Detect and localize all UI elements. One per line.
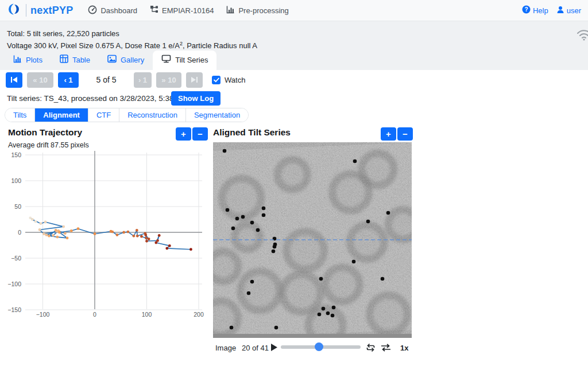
tab-plots[interactable]: Plots: [5, 50, 51, 70]
svg-text:0: 0: [18, 229, 21, 236]
chart-bars-icon: [226, 5, 235, 15]
svg-text:50: 50: [14, 203, 21, 210]
motion-zoom-out-button[interactable]: −: [192, 127, 208, 141]
user-label: user: [567, 6, 581, 15]
motion-zoom-controls: + −: [176, 127, 208, 141]
aligned-tilt-micrograph[interactable]: [213, 142, 412, 338]
aligned-zoom-out-button[interactable]: −: [397, 127, 413, 141]
playback-speed[interactable]: 1x: [400, 344, 408, 352]
forward-1-button[interactable]: › 1: [134, 72, 152, 88]
watch-checkbox[interactable]: [212, 76, 220, 84]
parameters-text-tail: , Particle Radius null A: [183, 41, 257, 50]
connection-wifi-icon: [577, 28, 588, 43]
user-menu[interactable]: user: [556, 6, 581, 15]
parameters-text: Voltage 300 kV, Pixel Size 0.675 A, Dose…: [7, 41, 257, 50]
tab-tilt-series[interactable]: Tilt Series: [153, 50, 216, 70]
brand-name: nextPYP: [30, 5, 73, 17]
svg-text:100: 100: [11, 177, 21, 184]
view-tab-bar: Plots Table Gallery Tilt Series: [5, 50, 216, 70]
nav-project-label: EMPIAR-10164: [162, 6, 214, 15]
nextpyp-app: nextPYP Dashboard EMPIAR-10164 Pre-proce…: [0, 0, 588, 366]
watch-toggle[interactable]: Watch: [212, 76, 245, 84]
frame-counter: 20 of 41: [242, 344, 269, 352]
tab-gallery-label: Gallery: [121, 56, 144, 64]
brand[interactable]: nextPYP: [7, 2, 73, 19]
first-item-button[interactable]: [6, 72, 22, 88]
svg-text:−100: −100: [36, 311, 50, 318]
image-label: Image: [215, 344, 236, 352]
watch-label: Watch: [225, 76, 245, 84]
svg-text:150: 150: [11, 151, 21, 158]
back-10-button[interactable]: « 10: [27, 72, 53, 88]
last-item-button[interactable]: [186, 72, 203, 88]
nav-dashboard-label: Dashboard: [100, 6, 137, 15]
pager-position: 5 of 5: [79, 75, 134, 84]
totals-text: Total: 5 tilt series, 22,520 particles: [7, 29, 119, 38]
tab-plots-label: Plots: [26, 56, 42, 64]
plots-icon: [13, 54, 22, 65]
frame-slider[interactable]: [281, 345, 361, 349]
tab-segmentation[interactable]: Segmentation: [186, 108, 248, 122]
show-log-button[interactable]: Show Log: [171, 91, 220, 106]
project-nodes-icon: [150, 5, 158, 15]
aligned-zoom-controls: + −: [381, 127, 413, 141]
motion-trajectory-chart: 150100500−50−100−150−1000100200: [0, 148, 207, 320]
monitor-icon: [161, 54, 171, 65]
top-navbar: nextPYP Dashboard EMPIAR-10164 Pre-proce…: [0, 0, 588, 21]
back-1-button[interactable]: ‹ 1: [58, 72, 79, 88]
tab-table-label: Table: [72, 56, 90, 64]
svg-text:−50: −50: [11, 255, 21, 262]
parameters-text-main: Voltage 300 kV, Pixel Size 0.675 A, Dose…: [7, 41, 180, 50]
tilt-series-pager: « 10 ‹ 1 5 of 5 › 1 » 10 Watch: [6, 72, 245, 88]
detail-tab-bar: Tilts Alignment CTF Reconstruction Segme…: [5, 108, 249, 122]
svg-text:100: 100: [142, 311, 152, 318]
svg-text:−100: −100: [7, 281, 21, 287]
nav-dashboard[interactable]: Dashboard: [88, 5, 137, 16]
motion-zoom-in-button[interactable]: +: [176, 127, 191, 141]
nav-preprocessing-label: Pre-processing: [238, 6, 288, 15]
user-icon: [556, 6, 564, 15]
svg-text:0: 0: [93, 311, 96, 318]
nav-preprocessing[interactable]: Pre-processing: [226, 5, 288, 15]
help-icon: ?: [522, 5, 531, 15]
nextpyp-logo-icon: [7, 2, 22, 19]
svg-text:−150: −150: [7, 306, 21, 313]
table-icon: [60, 54, 68, 65]
play-button[interactable]: [270, 343, 278, 353]
help-link[interactable]: ? Help: [522, 5, 548, 15]
tab-table[interactable]: Table: [51, 50, 99, 70]
tab-gallery[interactable]: Gallery: [99, 50, 153, 70]
loop-icon[interactable]: [366, 343, 376, 354]
tab-reconstruction[interactable]: Reconstruction: [119, 108, 186, 122]
motion-trajectory-title: Motion Trajectory: [8, 127, 82, 138]
help-label: Help: [533, 6, 548, 15]
gallery-image-icon: [107, 54, 117, 65]
tab-tilt-series-label: Tilt Series: [175, 56, 208, 64]
nav-project[interactable]: EMPIAR-10164: [150, 5, 214, 15]
aligned-tilt-series-title: Aligned Tilt Series: [213, 127, 291, 138]
summary-band: Total: 5 tilt series, 22,520 particles V…: [0, 21, 588, 70]
forward-10-button[interactable]: » 10: [156, 72, 181, 88]
svg-text:200: 200: [194, 311, 204, 318]
svg-text:?: ?: [524, 6, 528, 13]
series-info-text: Tilt series: TS_43, processed on 3/28/20…: [7, 94, 198, 103]
aligned-zoom-in-button[interactable]: +: [381, 127, 396, 141]
frame-slider-thumb[interactable]: [315, 342, 323, 351]
brand-divider: [26, 4, 26, 17]
swap-direction-icon[interactable]: [381, 344, 391, 353]
navbar-right: ? Help user: [522, 5, 581, 15]
tab-ctf[interactable]: CTF: [88, 108, 119, 122]
dashboard-gauge-icon: [88, 5, 97, 16]
tab-alignment[interactable]: Alignment: [35, 108, 88, 122]
tab-tilts[interactable]: Tilts: [5, 108, 35, 122]
